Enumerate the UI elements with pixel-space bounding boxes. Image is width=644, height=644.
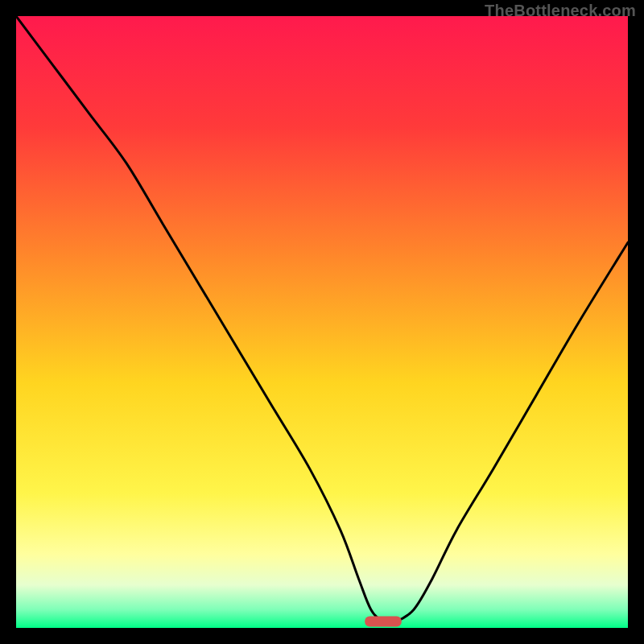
- chart-frame: TheBottleneck.com: [0, 0, 644, 644]
- plot-area: [16, 16, 628, 628]
- curve-layer: [16, 16, 628, 628]
- optimal-marker: [365, 616, 402, 626]
- bottleneck-curve: [16, 16, 628, 623]
